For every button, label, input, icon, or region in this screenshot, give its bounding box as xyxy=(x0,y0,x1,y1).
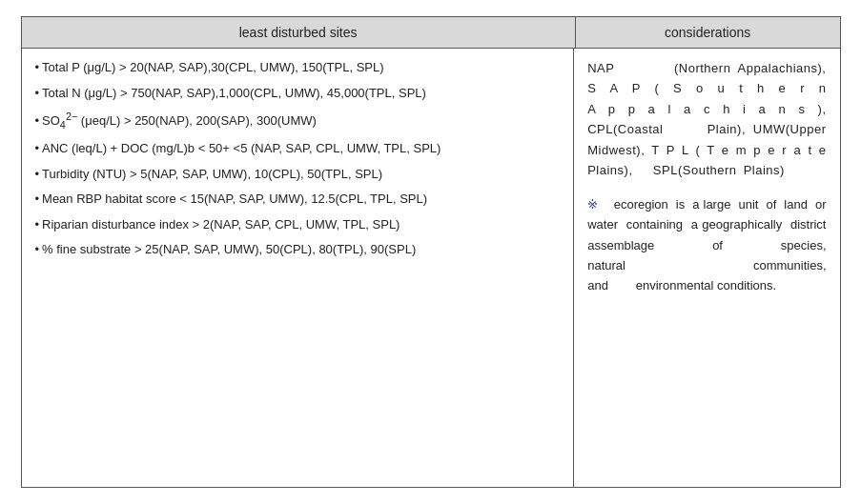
header-right: considerations xyxy=(576,17,840,48)
list-item: ANC (leq/L) + DOC (mg/L)b < 50+ <5 (NAP,… xyxy=(35,139,561,158)
list-item: Total P (μg/L) > 20(NAP, SAP),30(CPL, UM… xyxy=(35,58,561,77)
list-item: SO42− (μeq/L) > 250(NAP), 200(SAP), 300(… xyxy=(35,109,561,132)
list-item: % fine substrate > 25(NAP, SAP, UMW), 50… xyxy=(35,240,561,259)
list-item: Total N (μg/L) > 750(NAP, SAP),1,000(CPL… xyxy=(35,84,561,103)
note-symbol: ※ xyxy=(587,197,598,212)
list-item: Riparian disturbance index > 2(NAP, SAP,… xyxy=(35,215,561,234)
table-header: least disturbed sites considerations xyxy=(22,17,840,49)
left-column: Total P (μg/L) > 20(NAP, SAP),30(CPL, UM… xyxy=(22,49,575,487)
table-body: Total P (μg/L) > 20(NAP, SAP),30(CPL, UM… xyxy=(22,49,840,487)
right-column: NAP (Northern Appalachians), S A P ( S o… xyxy=(574,49,839,487)
header-left: least disturbed sites xyxy=(22,17,576,48)
list-item: Turbidity (NTU) > 5(NAP, SAP, UMW), 10(C… xyxy=(35,165,561,184)
right-abbreviations: NAP (Northern Appalachians), S A P ( S o… xyxy=(587,58,826,181)
main-table: least disturbed sites considerations Tot… xyxy=(21,16,841,488)
right-ecoregion-note: ※ ecoregion is a large unit of land or w… xyxy=(587,194,826,296)
list-item: Mean RBP habitat score < 15(NAP, SAP, UM… xyxy=(35,190,561,209)
